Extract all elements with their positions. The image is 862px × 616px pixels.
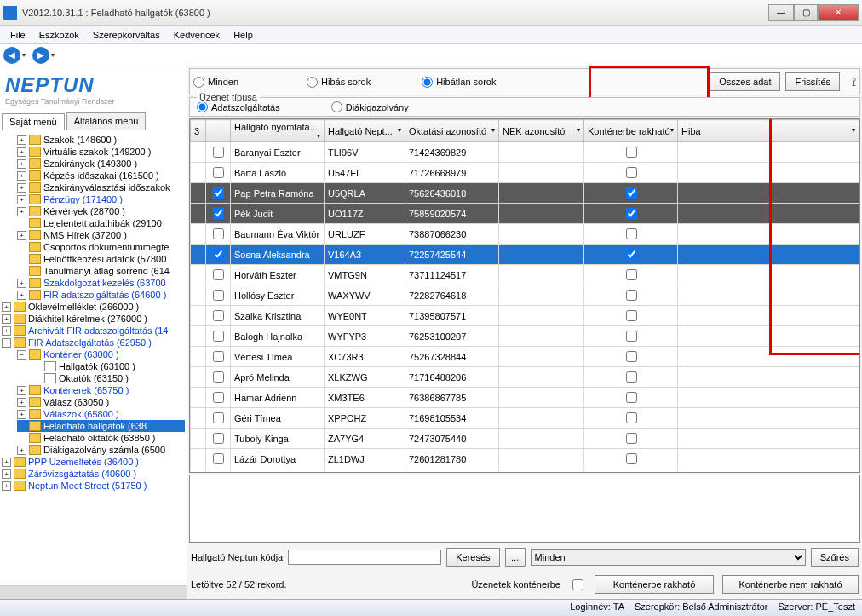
- tree-item[interactable]: +NMS Hírek (37200 ): [17, 229, 185, 241]
- tree-item[interactable]: Tanulmányi átlag sorrend (614: [17, 265, 185, 277]
- container-checkbox[interactable]: [626, 310, 637, 321]
- tree-item[interactable]: +Képzés időszakai (161500 ): [17, 170, 185, 181]
- grid-header[interactable]: Hallgató Nept...▾: [325, 120, 405, 142]
- table-row[interactable]: Szalka KrisztinaWYE0NT71395807571: [191, 306, 859, 326]
- all-data-button[interactable]: Összes adat: [710, 72, 780, 91]
- row-checkbox[interactable]: [213, 290, 224, 301]
- row-checkbox[interactable]: [213, 412, 224, 423]
- refresh-button[interactable]: Frissítés: [785, 72, 840, 91]
- container-checkbox[interactable]: [626, 453, 637, 464]
- tree-toggle-icon[interactable]: +: [17, 159, 26, 169]
- row-checkbox[interactable]: [213, 433, 224, 444]
- maximize-button[interactable]: ▢: [794, 4, 818, 21]
- container-checkbox[interactable]: [626, 147, 637, 158]
- grid-header[interactable]: Hiba▾: [678, 120, 859, 142]
- nav-back-button[interactable]: ◀: [3, 47, 20, 64]
- radio-all[interactable]: Minden: [193, 77, 238, 88]
- container-checkbox[interactable]: [626, 433, 637, 444]
- tree-toggle-icon[interactable]: −: [17, 350, 26, 360]
- table-row[interactable]: Hamar AdriennXM3TE676386867785: [191, 388, 859, 408]
- tree-toggle-icon[interactable]: +: [17, 147, 26, 157]
- row-checkbox[interactable]: [213, 371, 224, 383]
- menu-file[interactable]: File: [3, 28, 32, 42]
- row-checkbox[interactable]: [213, 167, 224, 178]
- tree-toggle-icon[interactable]: +: [17, 279, 26, 288]
- table-row[interactable]: Lázár DorottyaZL1DWJ72601281780: [191, 449, 859, 469]
- grid-header-num[interactable]: 3: [191, 120, 206, 142]
- table-row[interactable]: Horváth EszterVMTG9N73711124517: [191, 265, 859, 285]
- tree-toggle-icon[interactable]: +: [17, 207, 26, 216]
- tree-item[interactable]: +Konténerek (65750 ): [17, 384, 185, 396]
- row-checkbox[interactable]: [213, 187, 224, 199]
- tree-toggle-icon[interactable]: +: [2, 314, 11, 324]
- row-checkbox[interactable]: [213, 351, 224, 362]
- table-row[interactable]: Pap Petra RamónaU5QRLA75626436010: [191, 183, 859, 204]
- tree-item[interactable]: Hallgatók (63100 ): [32, 360, 185, 372]
- tree-item[interactable]: +Virtuális szakok (149200 ): [17, 146, 185, 158]
- tree-toggle-icon[interactable]: +: [17, 195, 26, 204]
- container-checkbox[interactable]: [626, 392, 637, 403]
- tree-item[interactable]: +Szakok (148600 ): [17, 134, 185, 146]
- table-row[interactable]: Barta LászlóU547FI71726668979: [191, 163, 859, 183]
- messages-container-checkbox[interactable]: [572, 579, 583, 590]
- row-checkbox[interactable]: [213, 269, 224, 280]
- tree-toggle-icon[interactable]: −: [2, 338, 11, 348]
- table-row[interactable]: Balogh HajnalkaWYFYP376253100207: [191, 326, 859, 347]
- table-row[interactable]: Baranyai EszterTLI96V71424369829: [191, 142, 859, 163]
- search-button[interactable]: Keresés: [446, 548, 499, 567]
- search-input[interactable]: [288, 550, 441, 565]
- tree-toggle-icon[interactable]: +: [17, 410, 26, 419]
- tree-item[interactable]: +Diákhitel kérelmek (276000 ): [2, 313, 185, 325]
- row-checkbox[interactable]: [213, 453, 224, 464]
- tree-toggle-icon[interactable]: +: [17, 183, 26, 193]
- tree-toggle-icon[interactable]: +: [17, 171, 26, 181]
- tree-toggle-icon[interactable]: +: [2, 302, 11, 312]
- table-row[interactable]: Géri TímeaXPPOHZ71698105534: [191, 408, 859, 429]
- tree-toggle-icon[interactable]: +: [17, 386, 26, 395]
- tree-toggle-icon[interactable]: +: [17, 446, 26, 455]
- nav-forward-dropdown[interactable]: ▾: [51, 51, 60, 59]
- tree-item[interactable]: +Záróvizsgáztatás (40600 ): [2, 468, 185, 480]
- tree-item[interactable]: +Szakirányok (149300 ): [17, 158, 185, 170]
- tree-item[interactable]: +Szakdolgozat kezelés (63700: [17, 277, 185, 289]
- tree-item[interactable]: +Kérvények (28700 ): [17, 205, 185, 217]
- tree-item[interactable]: +Diákigazolvány számla (6500: [17, 444, 185, 456]
- container-checkbox[interactable]: [626, 208, 637, 219]
- tab-general-menu[interactable]: Általános menü: [66, 112, 147, 130]
- tree-toggle-icon[interactable]: +: [2, 481, 11, 491]
- row-checkbox[interactable]: [213, 331, 224, 342]
- tree-item[interactable]: +Neptun Meet Street (51750 ): [2, 480, 185, 492]
- tree-item[interactable]: +Válaszok (65800 ): [17, 408, 185, 420]
- table-row[interactable]: Sosna AleksandraV164A372257425544: [191, 245, 859, 265]
- container-checkbox[interactable]: [626, 371, 637, 383]
- pin-icon[interactable]: ⟟: [852, 72, 856, 91]
- grid-header[interactable]: Oktatási azonosító▾: [405, 120, 499, 142]
- table-row[interactable]: Baumann Éva ViktórURLUZF73887066230: [191, 224, 859, 245]
- tree-item[interactable]: +Szakirányválasztási időszakok: [17, 181, 185, 193]
- minimize-button[interactable]: —: [768, 4, 794, 21]
- tree-toggle-icon[interactable]: +: [17, 398, 26, 407]
- table-row[interactable]: Végh BalázsZQ76UX77558963689: [191, 469, 859, 474]
- tree-item[interactable]: Felnőttképzési adatok (57800: [17, 253, 185, 265]
- container-checkbox[interactable]: [626, 249, 637, 260]
- container-checkbox[interactable]: [626, 351, 637, 362]
- search-more-button[interactable]: ...: [505, 548, 526, 567]
- tree-item[interactable]: Csoportos dokumentummegte: [17, 241, 185, 253]
- tree-item[interactable]: Lejelentett adathibák (29100: [17, 217, 185, 229]
- tree-item[interactable]: Feladható oktatók (63850 ): [17, 432, 185, 444]
- grid-header[interactable]: NEK azonosító▾: [499, 120, 584, 142]
- tree-item[interactable]: Oktatók (63150 ): [32, 372, 185, 384]
- grid-header[interactable]: Hallgató nyomtatá...▾: [231, 120, 325, 142]
- tree-toggle-icon[interactable]: +: [2, 458, 11, 467]
- menu-role[interactable]: Szerepkörváltás: [86, 28, 167, 42]
- row-checkbox[interactable]: [213, 392, 224, 403]
- radio-good-rows[interactable]: Hibátlan sorok: [422, 77, 496, 88]
- tree-item[interactable]: Feladható hallgatók (638: [17, 420, 185, 432]
- tree-view[interactable]: +Szakok (148600 )+Virtuális szakok (1492…: [0, 130, 187, 585]
- tree-toggle-icon[interactable]: +: [2, 326, 11, 336]
- sidebar-hscrollbar[interactable]: [0, 585, 187, 599]
- container-checkbox[interactable]: [626, 228, 637, 239]
- table-row[interactable]: Tuboly KingaZA7YG472473075440: [191, 429, 859, 449]
- container-checkbox[interactable]: [626, 269, 637, 280]
- radio-bad-rows[interactable]: Hibás sorok: [307, 77, 371, 88]
